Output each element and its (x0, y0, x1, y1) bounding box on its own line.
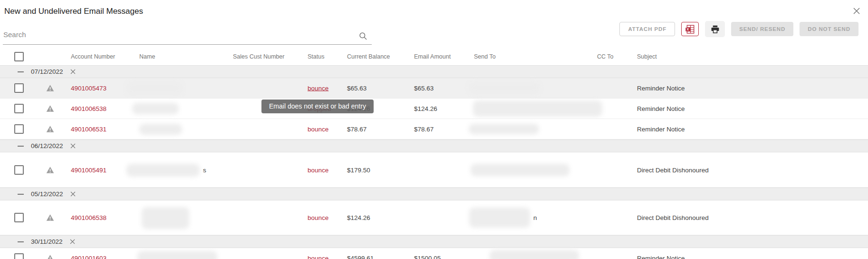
printer-icon (711, 25, 720, 34)
collapse-group-icon[interactable] (18, 194, 24, 195)
status-link[interactable]: bounce (308, 126, 328, 133)
send-to-redacted (469, 124, 539, 134)
current-balance-value: $179.50 (347, 166, 370, 173)
group-date: 07/12/2022 (31, 68, 63, 75)
table-row[interactable]: 4901005491 s bounce $179.50 Direct Debit… (0, 152, 868, 188)
table-row[interactable]: 4901006531 bounce $78.67 $78.67 Reminder… (0, 119, 868, 139)
send-to-redacted (469, 208, 530, 228)
send-resend-button[interactable]: SEND/ RESEND (731, 22, 793, 36)
column-header-subject: Subject (637, 53, 657, 60)
column-header-cc-to: CC To (597, 53, 614, 60)
subject-value: Reminder Notice (637, 85, 685, 92)
print-button[interactable] (705, 21, 725, 37)
row-checkbox[interactable] (14, 124, 24, 134)
column-header-account-number: Account Number (71, 53, 115, 60)
account-number-link[interactable]: 4901005491 (71, 166, 106, 173)
excel-icon: X (685, 24, 695, 34)
row-checkbox[interactable] (14, 213, 24, 222)
account-number-link[interactable]: 4901006538 (71, 214, 106, 221)
group-date: 30/11/2022 (31, 238, 63, 245)
current-balance-value: $4599.61 (347, 255, 374, 259)
table-row[interactable]: 4901006538 dropped $124.26 $124.26 Remin… (0, 99, 868, 119)
collapse-group-icon[interactable] (18, 241, 24, 242)
row-checkbox[interactable] (14, 104, 24, 113)
name-visible-fragment: s (203, 166, 206, 173)
column-header-current-balance: Current Balance (347, 53, 390, 60)
date-group-row: 06/12/2022 (0, 139, 868, 152)
group-date: 05/12/2022 (31, 190, 63, 198)
status-link[interactable]: bounce (308, 166, 328, 173)
row-checkbox[interactable] (14, 83, 24, 93)
column-header-name: Name (139, 53, 155, 60)
do-not-send-button[interactable]: DO NOT SEND (800, 22, 858, 36)
warning-icon (46, 255, 54, 259)
page-title: New and Undelivered Email Messages (4, 7, 143, 16)
table-row[interactable]: 4901006538 bounce $124.26 n Direct Debit… (0, 200, 868, 235)
status-link[interactable]: bounce (308, 85, 328, 92)
name-redacted (132, 103, 179, 114)
current-balance-value: $78.67 (347, 126, 366, 133)
search-input[interactable] (3, 27, 346, 42)
send-to-redacted (473, 100, 602, 117)
status-tooltip: Email does not exist or bad entry (261, 100, 374, 113)
warning-icon (46, 126, 54, 133)
current-balance-value: $65.63 (347, 85, 366, 92)
send-to-redacted (471, 164, 569, 176)
undelivered-email-dialog: New and Undelivered Email Messages ATTAC… (0, 0, 868, 259)
account-number-link[interactable]: 4901005473 (71, 85, 106, 92)
account-number-link[interactable]: 4901001603 (71, 255, 106, 259)
warning-icon (46, 166, 54, 173)
dismiss-group-icon[interactable] (69, 238, 76, 245)
search-field (3, 27, 372, 45)
date-group-row: 05/12/2022 (0, 188, 868, 200)
name-redacted (126, 81, 183, 95)
dismiss-group-icon[interactable] (69, 68, 77, 75)
email-amount-value: $124.26 (414, 105, 437, 112)
dismiss-group-icon[interactable] (69, 142, 77, 149)
column-header-sales-cust-number: Sales Cust Number (233, 53, 284, 60)
warning-icon (46, 105, 54, 112)
column-header-send-to: Send To (474, 53, 496, 60)
subject-value: Direct Debit Dishonoured (637, 166, 709, 173)
group-date: 06/12/2022 (31, 142, 63, 149)
subject-value: Reminder Notice (637, 255, 685, 259)
date-group-row: 30/11/2022 (0, 235, 868, 248)
dismiss-group-icon[interactable] (69, 190, 77, 198)
current-balance-value: $124.26 (347, 214, 370, 221)
send-to-visible-fragment: n (533, 214, 537, 221)
column-header-email-amount: Email Amount (414, 53, 451, 60)
attach-pdf-button[interactable]: ATTACH PDF (619, 22, 675, 36)
name-redacted (137, 251, 217, 259)
account-number-link[interactable]: 4901006531 (71, 126, 106, 133)
name-redacted (126, 164, 200, 177)
status-link[interactable]: bounce (308, 214, 328, 221)
svg-text:X: X (687, 28, 689, 31)
warning-icon (46, 85, 54, 92)
name-redacted (139, 124, 182, 135)
subject-value: Reminder Notice (637, 126, 685, 133)
row-checkbox[interactable] (14, 253, 24, 259)
date-group-row: 07/12/2022 (0, 65, 868, 78)
account-number-link[interactable]: 4901006538 (71, 105, 106, 112)
search-icon (358, 31, 368, 43)
close-icon[interactable] (852, 6, 862, 17)
email-amount-value: $65.63 (414, 85, 434, 92)
email-amount-value: $78.67 (414, 126, 434, 133)
send-to-redacted (469, 82, 540, 94)
warning-icon (46, 214, 54, 221)
table-row[interactable]: 4901005473 bounce $65.63 $65.63 Reminder… (0, 78, 868, 99)
subject-value: Direct Debit Dishonoured (637, 214, 709, 221)
subject-value: Reminder Notice (637, 105, 685, 112)
collapse-group-icon[interactable] (18, 146, 24, 147)
name-redacted (142, 207, 189, 229)
collapse-group-icon[interactable] (18, 71, 24, 72)
status-link[interactable]: bounce (308, 255, 328, 259)
send-to-redacted (490, 250, 579, 259)
select-all-checkbox[interactable] (14, 52, 24, 61)
email-amount-value: $1500.05 (414, 255, 441, 259)
table-header: Account Number Name Sales Cust Number St… (0, 48, 868, 65)
table-row[interactable]: 4901001603 bounce $4599.61 $1500.05 Remi… (0, 248, 868, 259)
column-header-status: Status (308, 53, 324, 60)
row-checkbox[interactable] (14, 165, 24, 175)
export-excel-button[interactable]: X (681, 22, 699, 36)
